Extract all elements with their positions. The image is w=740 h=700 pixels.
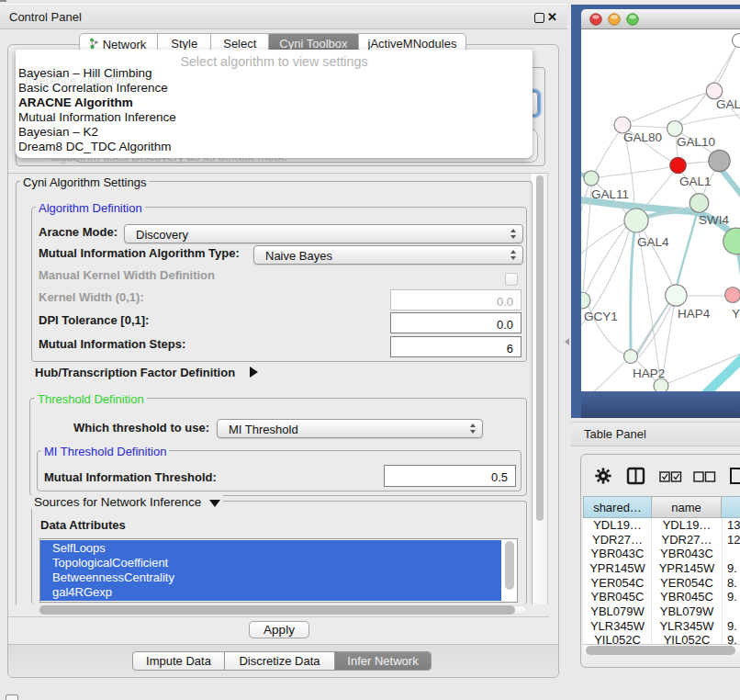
- svg-text:HAP2: HAP2: [633, 367, 665, 380]
- svg-text:GAL: GAL: [716, 97, 740, 111]
- svg-text:GAL11: GAL11: [591, 187, 629, 201]
- svg-text:Y: Y: [732, 307, 740, 321]
- svg-text:GAL1: GAL1: [679, 175, 712, 188]
- svg-text:GCY1: GCY1: [584, 310, 618, 323]
- svg-text:GAL4: GAL4: [637, 235, 669, 249]
- svg-text:HAP4: HAP4: [678, 307, 711, 321]
- svg-text:SWI4: SWI4: [699, 213, 729, 227]
- svg-text:GAL10: GAL10: [677, 135, 715, 149]
- svg-text:GAL80: GAL80: [623, 130, 662, 144]
